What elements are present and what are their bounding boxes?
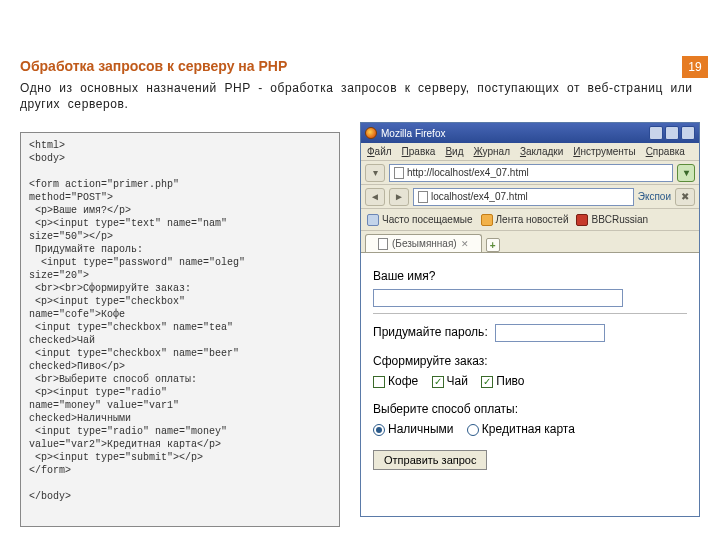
menu-view[interactable]: Вид [445,146,463,157]
slide-heading: Обработка запросов к серверу на PHP [20,58,287,74]
tab-active[interactable]: (Безымянная) ✕ [365,234,482,252]
toolbar-extra[interactable]: Экспои [638,191,671,202]
toolbar-nav: ◄ ► localhost/ex4_07.html Экспои ✖ [361,185,699,209]
opt-cofe: Кофе [388,374,418,388]
label-payment: Выберите способ оплаты: [373,402,687,416]
rss-icon [481,214,493,226]
label-order: Сформируйте заказ: [373,354,687,368]
bookmark-news[interactable]: Лента новостей [496,214,569,225]
bookmark-frequent[interactable]: Часто посещаемые [382,214,473,225]
checkbox-beer[interactable] [481,376,493,388]
close-button[interactable] [681,126,695,140]
maximize-button[interactable] [665,126,679,140]
divider [373,313,687,314]
label-name: Ваше имя? [373,269,687,283]
tab-title: (Безымянная) [392,238,457,249]
new-tab-button[interactable]: + [486,238,500,252]
tab-strip: (Безымянная) ✕ + [361,231,699,253]
titlebar: Mozilla Firefox [361,123,699,143]
submit-button[interactable]: Отправить запрос [373,450,487,470]
page-content: Ваше имя? Придумайте пароль: Сформируйте… [361,253,699,486]
page-icon [418,191,428,203]
bookmark-bar: Часто посещаемые Лента новостей BBCRussi… [361,209,699,231]
checkbox-cofe[interactable] [373,376,385,388]
opt-cash: Наличными [388,422,454,436]
stop-button[interactable]: ✖ [675,188,695,206]
name-input[interactable] [373,289,623,307]
address-text: http://localhost/ex4_07.html [407,167,529,178]
window-title: Mozilla Firefox [381,128,445,139]
intro-text: Одно из основных назначений PHP - обрабо… [20,80,700,112]
opt-tea: Чай [447,374,468,388]
browser-window: Mozilla Firefox Файл Правка Вид Журнал З… [360,122,700,517]
opt-card: Кредитная карта [482,422,575,436]
checkbox-tea[interactable] [432,376,444,388]
menu-bookmarks[interactable]: Закладки [520,146,563,157]
opt-beer: Пиво [496,374,524,388]
bookmark-icon [367,214,379,226]
bookmark-bbc[interactable]: BBCRussian [591,214,648,225]
radio-card[interactable] [467,424,479,436]
firefox-icon [365,127,377,139]
bbc-icon [576,214,588,226]
menu-help[interactable]: Справка [646,146,685,157]
code-listing: <html> <body> <form action="primer.php" … [20,132,340,527]
forward-button[interactable]: ► [389,188,409,206]
menu-edit[interactable]: Правка [402,146,436,157]
address-text-2: localhost/ex4_07.html [431,191,528,202]
radio-cash[interactable] [373,424,385,436]
tab-close-icon[interactable]: ✕ [461,239,469,249]
menu-history[interactable]: Журнал [473,146,510,157]
menubar: Файл Правка Вид Журнал Закладки Инструме… [361,143,699,161]
menu-tools[interactable]: Инструменты [573,146,635,157]
label-password: Придумайте пароль: [373,325,488,339]
page-icon [394,167,404,179]
toolbar-icon-left[interactable]: ▾ [365,164,385,182]
back-button[interactable]: ◄ [365,188,385,206]
minimize-button[interactable] [649,126,663,140]
tab-icon [378,238,388,250]
password-input[interactable] [495,324,605,342]
go-button[interactable]: ▾ [677,164,695,182]
page-number-badge: 19 [682,56,708,78]
toolbar-address: ▾ http://localhost/ex4_07.html ▾ [361,161,699,185]
address-bar[interactable]: http://localhost/ex4_07.html [389,164,673,182]
menu-file[interactable]: Файл [367,146,392,157]
address-bar-2[interactable]: localhost/ex4_07.html [413,188,634,206]
